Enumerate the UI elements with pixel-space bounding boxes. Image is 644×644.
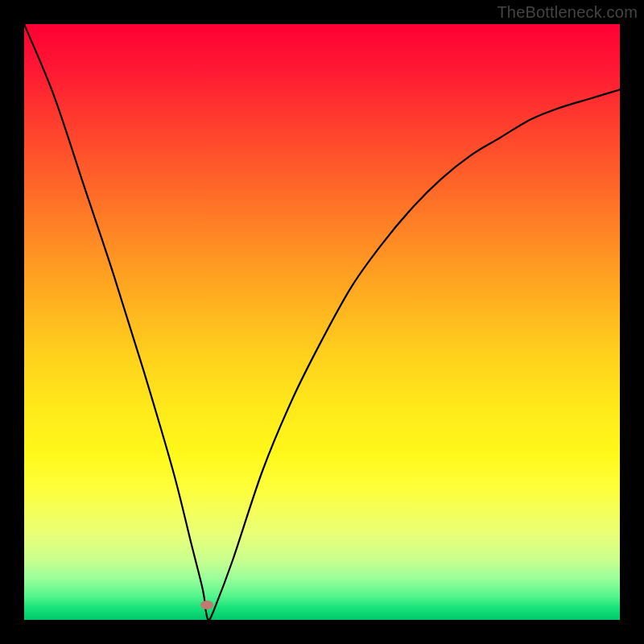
- plot-area: [24, 24, 620, 620]
- watermark-text: TheBottleneck.com: [497, 3, 638, 22]
- minimum-marker: [200, 601, 213, 609]
- chart-stage: TheBottleneck.com: [0, 0, 644, 644]
- bottleneck-curve: [24, 24, 620, 620]
